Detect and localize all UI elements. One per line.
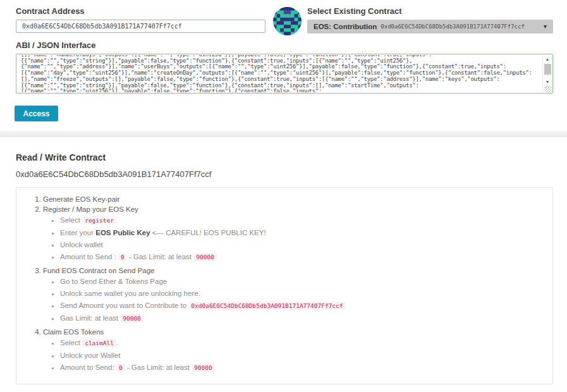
section-divider — [0, 131, 567, 137]
step-label: Register / Map your EOS Key — [43, 205, 138, 213]
instruction-step: Claim EOS Tokens Select claimAll. Unlock… — [43, 328, 544, 372]
code-amount: 0 — [116, 364, 125, 372]
instruction-step: Register / Map your EOS Key Select regis… — [43, 205, 544, 261]
code-amount: 0 — [118, 253, 127, 261]
instruction-bullet: Unlock your Wallet — [60, 352, 544, 359]
code-gas-limit: 90000 — [193, 253, 217, 261]
abi-json-text: [],"name":"numberOfDays","outputs":[{"na… — [21, 55, 540, 92]
contract-address-input[interactable] — [16, 20, 265, 33]
contract-address-display: 0xd0a6E6C54DbC68Db5db3A091B171A77407Ff7c… — [16, 169, 553, 179]
scroll-down-icon[interactable]: ▼ — [543, 78, 552, 85]
step-label: Claim EOS Tokens — [43, 328, 104, 336]
contract-access-section: Contract Address — [0, 0, 567, 121]
instruction-bullet: Enter your EOS Public Key <--- CAREFUL! … — [60, 229, 544, 236]
resize-handle[interactable] — [545, 86, 552, 92]
step-label: Generate EOS Key-pair — [43, 195, 119, 203]
instruction-bullet: Amount to Send: 0 - Gas Limit: at least … — [60, 364, 544, 372]
scroll-up-icon[interactable]: ▲ — [543, 55, 552, 63]
instructions-panel: Generate EOS Key-pair Register / Map you… — [16, 187, 553, 384]
read-write-contract-section: Read / Write Contract 0xd0a6E6C54DbC68Db… — [0, 152, 567, 392]
abi-content-clip: [],"name":"numberOfDays","outputs":[{"na… — [21, 55, 540, 92]
existing-contract-select[interactable]: EOS: Contribution 0xd0a6E6C54DbC68Db5db3… — [307, 20, 553, 34]
instruction-bullet: Go to Send Ether & Tokens Page — [60, 278, 544, 285]
instruction-bullet: Select claimAll. — [60, 339, 544, 347]
instruction-bullet: Unlock wallet — [60, 241, 544, 248]
instruction-bullet: Gas Limit: at least 90000 — [60, 314, 544, 322]
scrollbar-thumb[interactable] — [544, 64, 551, 75]
contract-address-label: Contract Address — [16, 6, 265, 16]
instruction-bullet: Amount to Send : 0 - Gas Limit: at least… — [60, 253, 544, 261]
code-claimall: claimAll — [82, 339, 116, 347]
instruction-bullet: Send Amount you want to Contribute to 0x… — [60, 302, 544, 310]
instruction-step: Fund EOS Contract on Send Page Go to Sen… — [43, 267, 544, 322]
code-contract-address: 0xd0a6E6C54DbC68Db5db3A091B171A77407Ff7c… — [188, 302, 345, 310]
selected-contract-name: EOS: Contribution — [314, 23, 377, 30]
chevron-down-icon: ▾ — [544, 23, 547, 30]
step-label: Fund EOS Contract on Send Page — [43, 267, 154, 274]
address-identicon — [273, 7, 302, 35]
select-existing-contract-label: Select Existing Contract — [307, 6, 553, 16]
code-gas-limit: 90000 — [120, 314, 143, 322]
access-button[interactable]: Access — [15, 106, 58, 121]
read-write-title: Read / Write Contract — [16, 152, 553, 162]
instruction-step: Generate EOS Key-pair — [43, 195, 544, 203]
abi-label: ABI / JSON Interface — [16, 40, 553, 50]
instruction-bullet: Select register — [60, 216, 544, 224]
selected-contract-address: 0xd0a6E6C54DbC68Db5db3A091B171A77407Ff7c… — [381, 23, 525, 30]
code-register: register — [82, 216, 116, 224]
abi-textarea[interactable]: [],"name":"numberOfDays","outputs":[{"na… — [16, 54, 553, 94]
instruction-bullet: Unlock same wallet you are unlocking her… — [60, 290, 544, 297]
code-gas-limit: 90000 — [192, 364, 215, 372]
identicon-image — [273, 7, 302, 35]
